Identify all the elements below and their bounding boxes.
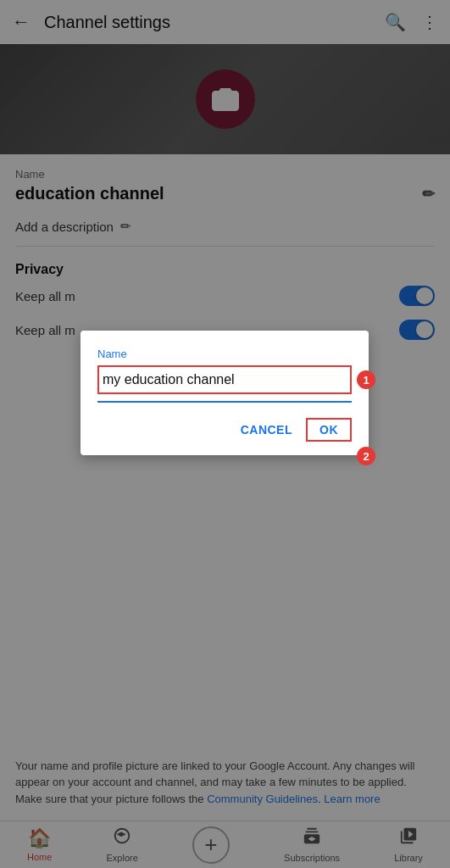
rename-dialog: Name 1 CANCEL OK 2 bbox=[81, 331, 369, 455]
step-2-badge: 2 bbox=[357, 447, 375, 465]
input-wrapper: 1 bbox=[97, 365, 352, 394]
ok-button-wrapper: OK 2 bbox=[306, 418, 352, 442]
dialog-actions: CANCEL OK 2 bbox=[97, 418, 352, 442]
cancel-button[interactable]: CANCEL bbox=[241, 423, 292, 437]
channel-name-input[interactable] bbox=[99, 367, 350, 392]
ok-button[interactable]: OK bbox=[306, 418, 352, 442]
input-underline bbox=[97, 401, 352, 403]
dialog-input-border bbox=[97, 365, 352, 394]
dialog-field-label: Name bbox=[97, 348, 352, 360]
step-1-badge: 1 bbox=[357, 370, 375, 389]
